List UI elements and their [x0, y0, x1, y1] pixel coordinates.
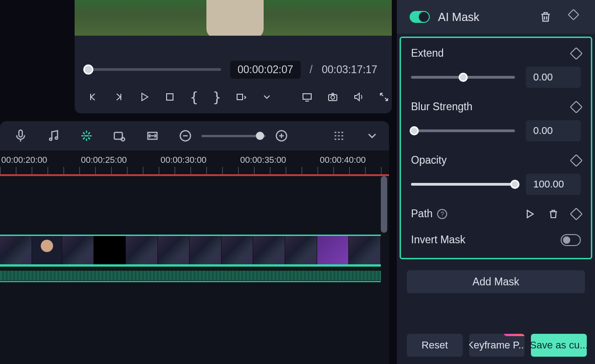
opacity-keyframe-button[interactable]	[570, 154, 583, 166]
blur-value[interactable]: 0.00	[526, 120, 581, 141]
smart-tool-button[interactable]	[79, 128, 94, 144]
ruler-mark: 00:00:35:00	[240, 155, 286, 165]
extend-label: Extend	[411, 47, 444, 59]
blur-label: Blur Strength	[411, 101, 472, 113]
prev-frame-button[interactable]	[87, 90, 98, 104]
preview-video[interactable]	[75, 0, 392, 36]
current-time: 00:00:02:07	[230, 61, 301, 79]
add-mask-button[interactable]: Add Mask	[407, 270, 585, 293]
fullscreen-button[interactable]	[379, 90, 389, 104]
svg-point-6	[49, 138, 52, 140]
timeline-scrollbar[interactable]	[381, 176, 387, 233]
blur-slider[interactable]	[411, 129, 515, 132]
ruler-mark: 00:00:30:00	[161, 155, 206, 165]
stop-button[interactable]	[164, 90, 175, 104]
blur-keyframe-button[interactable]	[570, 100, 583, 113]
path-keyframe-button[interactable]	[570, 207, 583, 220]
music-button[interactable]	[46, 128, 61, 144]
keyframe-button[interactable]: Keyframe P... NEW	[469, 334, 525, 357]
svg-rect-0	[167, 94, 173, 100]
new-badge: NEW	[504, 334, 525, 336]
fit-button[interactable]	[145, 128, 160, 144]
zoom-slider[interactable]	[201, 135, 265, 137]
video-clip[interactable]	[0, 235, 381, 266]
ai-mask-toggle[interactable]	[410, 11, 430, 23]
display-button[interactable]	[302, 90, 313, 104]
next-frame-button[interactable]	[113, 90, 124, 104]
time-separator: /	[310, 64, 313, 76]
timeline-ruler[interactable]: 00:00:20:00 00:00:25:00 00:00:30:00 00:0…	[0, 150, 389, 176]
reset-button[interactable]: Reset	[407, 334, 463, 357]
mark-in-button[interactable]: {	[190, 90, 198, 104]
svg-rect-5	[19, 130, 22, 137]
svg-point-7	[55, 137, 58, 139]
svg-rect-1	[237, 94, 243, 100]
zoom-in-button[interactable]	[274, 128, 289, 144]
snapshot-button[interactable]	[327, 90, 338, 104]
properties-panel: AI Mask Extend 0.00 Blur Strength	[397, 0, 595, 364]
mark-out-button[interactable]: }	[213, 90, 221, 104]
path-label: Path	[411, 208, 433, 220]
opacity-label: Opacity	[411, 154, 447, 166]
chevron-down-icon[interactable]	[261, 90, 272, 104]
svg-rect-2	[303, 94, 311, 99]
save-custom-button[interactable]: Save as cu...	[531, 334, 587, 357]
aspect-dropdown[interactable]	[236, 90, 247, 104]
record-button[interactable]	[112, 128, 127, 144]
mask-properties-box: Extend 0.00 Blur Strength 0.00	[400, 37, 592, 259]
ruler-mark: 00:00:25:00	[81, 155, 127, 165]
timeline-toolbar	[0, 121, 389, 150]
track-view-button[interactable]	[331, 128, 347, 144]
ruler-mark: 00:00:40:00	[320, 155, 366, 165]
preview-panel: 00:00:02:07 / 00:03:17:17 { }	[75, 0, 392, 113]
seek-slider[interactable]	[88, 68, 221, 71]
extend-value[interactable]: 0.00	[526, 67, 581, 88]
keyframe-icon[interactable]	[569, 11, 582, 23]
invert-label: Invert Mask	[411, 234, 465, 246]
svg-point-9	[121, 138, 125, 141]
zoom-out-button[interactable]	[178, 128, 193, 144]
path-delete-button[interactable]	[548, 209, 559, 219]
voiceover-button[interactable]	[13, 128, 28, 144]
panel-title: AI Mask	[438, 11, 531, 24]
delete-mask-button[interactable]	[539, 11, 552, 23]
track-menu-button[interactable]	[364, 128, 380, 144]
audio-clip[interactable]	[0, 266, 381, 282]
opacity-slider[interactable]	[411, 183, 515, 186]
volume-button[interactable]	[353, 90, 364, 104]
opacity-value[interactable]: 100.00	[526, 174, 581, 195]
path-play-button[interactable]	[524, 209, 535, 219]
invert-mask-toggle[interactable]	[561, 234, 581, 246]
keyframe-button-label: Keyframe P...	[469, 339, 525, 351]
ruler-mark: 00:00:20:00	[1, 155, 47, 165]
play-button[interactable]	[139, 90, 150, 104]
path-help-icon[interactable]: ?	[437, 209, 447, 219]
extend-slider[interactable]	[411, 76, 515, 79]
extend-keyframe-button[interactable]	[570, 47, 583, 59]
svg-point-4	[331, 96, 335, 99]
timeline-tracks[interactable]	[0, 176, 389, 364]
total-time: 00:03:17:17	[322, 64, 378, 76]
